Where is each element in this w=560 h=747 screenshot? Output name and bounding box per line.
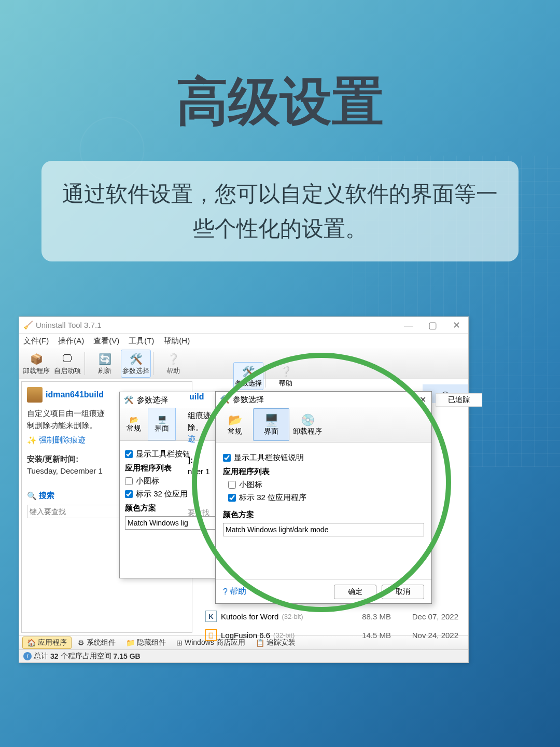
page-title: 高级设置: [0, 67, 560, 137]
close-button[interactable]: ✕: [444, 317, 468, 334]
app-icon: 🧹: [23, 321, 33, 330]
table-row[interactable]: K Kutools for Word (32-bit) 88.3 MB Dec …: [202, 607, 461, 626]
prefs-dialog: 🛠️ 参数选择 ✕ 📂 常规 🖥️ 界面 💿 卸载程序 显示工具栏按钮说明 应用…: [215, 391, 432, 604]
color-scheme-label: 颜色方案: [223, 510, 424, 520]
folder-icon: 📂: [130, 416, 138, 424]
mark-32bit-checkbox[interactable]: [228, 494, 236, 502]
menu-actions[interactable]: 操作(A): [58, 336, 84, 346]
info-icon: i: [23, 652, 32, 660]
home-icon: 🏠: [27, 639, 36, 647]
menu-help[interactable]: 帮助(H): [163, 336, 190, 346]
selected-app-name: idman641build: [46, 390, 104, 399]
wand-icon: ✨: [27, 436, 37, 445]
menu-tools[interactable]: 工具(T): [129, 336, 154, 346]
color-scheme-select[interactable]: Match Windows light/dark mode: [223, 523, 424, 536]
dialog-title: 参数选择: [233, 395, 264, 405]
color-scheme-select[interactable]: Match Windows lig: [125, 516, 228, 530]
toolbar-refresh[interactable]: 🔄 刷新: [90, 350, 120, 378]
monitor-icon: 🖥️: [158, 416, 166, 424]
table-row[interactable]: ⎕ LogFusion 6.6 (32-bit) 14.5 MB Nov 24,…: [202, 626, 461, 644]
wrench-icon: 🛠️: [124, 395, 134, 405]
toolbar-help[interactable]: ❔ 帮助: [158, 350, 188, 378]
windows-icon: ⊞: [176, 639, 183, 647]
column-header-tracked[interactable]: 已追踪: [436, 393, 482, 407]
help-icon: ?: [223, 587, 228, 597]
folder-icon: 📂: [228, 413, 242, 427]
wrench-icon: 🛠️: [241, 364, 256, 379]
tab-apps[interactable]: 🏠应用程序: [22, 637, 72, 649]
window-title: Uninstall Tool 3.7.1: [36, 321, 101, 329]
folder-icon: 📁: [126, 639, 135, 647]
app-icon-l: ⎕: [205, 629, 217, 641]
startup-icon: 🖵: [60, 352, 75, 366]
help-icon: ❔: [166, 352, 180, 366]
tab-general[interactable]: 📂 常规: [120, 408, 148, 440]
wrench-icon: 🛠️: [220, 395, 230, 404]
wrench-icon: 🛠️: [129, 352, 143, 366]
page-subtitle: 通过软件设置，您可以自定义软件的界面等一些个性化的设置。: [41, 161, 519, 261]
package-icon: 📦: [29, 352, 44, 366]
tab-syscomp[interactable]: ⚙系统组件: [74, 637, 120, 648]
show-tooltips-checkbox[interactable]: [125, 450, 133, 458]
tab-ui[interactable]: 🖥️ 界面: [253, 408, 289, 441]
show-tooltips-checkbox[interactable]: [223, 454, 231, 462]
app-icon-k: K: [205, 611, 217, 622]
tab-ui[interactable]: 🖥️ 界面: [148, 408, 176, 440]
tab-general[interactable]: 📂 常规: [217, 408, 253, 441]
toolbar-help-2[interactable]: ❔ 帮助: [271, 362, 301, 390]
toolbar-prefs-2[interactable]: 🛠️ 参数选择: [233, 362, 263, 390]
menubar: 文件(F) 操作(A) 查看(V) 工具(T) 帮助(H): [19, 334, 468, 348]
toolbar-prefs[interactable]: 🛠️ 参数选择: [121, 350, 151, 378]
minimize-button[interactable]: —: [397, 317, 421, 334]
menu-file[interactable]: 文件(F): [23, 336, 49, 346]
close-button[interactable]: ✕: [419, 395, 426, 405]
menu-view[interactable]: 查看(V): [93, 336, 119, 346]
monitor-icon: 🖥️: [264, 413, 278, 427]
help-link[interactable]: ? 帮助: [223, 586, 246, 597]
statusbar: i 总计 32 个程序占用空间 7.15 GB: [19, 649, 468, 662]
toolbar-overflow: 🛠️ 参数选择 ❔ 帮助: [233, 361, 301, 392]
maximize-button[interactable]: ▢: [421, 317, 444, 334]
tab-hidden[interactable]: 📁隐藏组件: [122, 637, 170, 648]
magnifier-icon: 🔍: [27, 491, 37, 501]
toolbar-uninstall[interactable]: 📦 卸载程序: [21, 350, 51, 378]
mark-32bit-checkbox[interactable]: [125, 490, 133, 498]
disc-icon: 💿: [301, 413, 315, 427]
ok-button[interactable]: 确定: [334, 585, 376, 599]
help-icon: ❔: [278, 364, 293, 379]
package-icon: [27, 387, 43, 403]
small-icons-checkbox[interactable]: [228, 481, 236, 489]
toolbar-startup[interactable]: 🖵 自启动项: [52, 350, 82, 378]
app-list-section: 应用程序列表: [223, 467, 424, 477]
cancel-button[interactable]: 取消: [382, 585, 424, 599]
gear-icon: ⚙: [78, 639, 85, 647]
titlebar: 🧹 Uninstall Tool 3.7.1 — ▢ ✕: [19, 317, 468, 334]
small-icons-checkbox[interactable]: [125, 477, 133, 485]
refresh-icon: 🔄: [97, 352, 112, 366]
dialog-title: 参数选择: [137, 395, 168, 405]
tab-uninstall[interactable]: 💿 卸载程序: [289, 408, 326, 441]
